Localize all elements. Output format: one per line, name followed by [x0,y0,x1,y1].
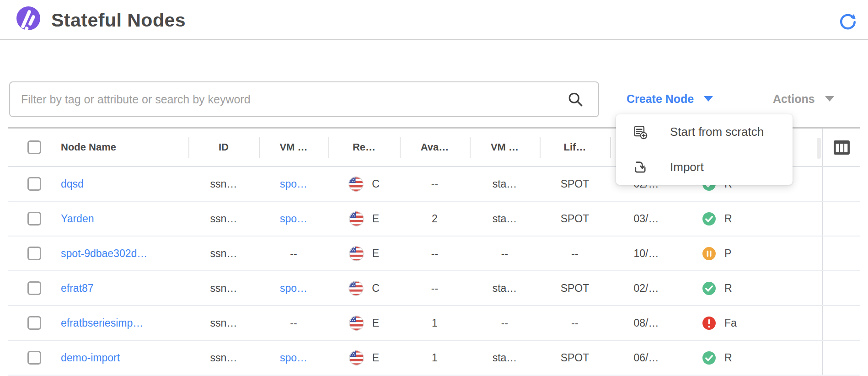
cell-vm: spo… [259,271,328,305]
create-node-label: Create Node [627,92,694,106]
node-name-link[interactable]: spot-9dbae302d… [61,247,147,260]
node-id: ssn… [210,352,237,364]
status-letter: Fa [724,317,737,329]
row-checkbox[interactable] [27,212,41,226]
region-letter: E [372,213,379,225]
cell-gutter [822,202,860,236]
cell-id: ssn… [188,236,259,270]
status-running-icon [702,351,716,365]
cell-select [8,167,53,201]
actions-button[interactable]: Actions [773,89,834,109]
node-name-link[interactable]: efrat87 [61,282,94,295]
vm-link[interactable]: spo… [280,178,307,190]
node-name-link[interactable]: Yarden [61,213,94,225]
search-icon[interactable] [567,91,584,110]
availability-value: -- [431,247,438,260]
cell-status: R [682,341,750,375]
cell-vm: spo… [259,167,328,201]
cell-lifecycle: -- [540,236,610,270]
cell-ava: 1 [400,341,470,375]
cell-ava: -- [400,236,470,270]
row-checkbox[interactable] [27,316,41,330]
vm-link[interactable]: spo… [280,282,307,295]
region-letter: C [372,178,380,190]
row-checkbox[interactable] [27,177,41,191]
header-label: VM … [279,141,307,153]
cell-created: 03/… [610,202,682,236]
cell-filler [750,341,822,375]
cell-status: R [682,202,750,236]
cell-vm: spo… [259,202,328,236]
vm-state-value: -- [501,317,508,329]
cell-name: spot-9dbae302d… [53,236,188,270]
cell-select [8,236,53,270]
cell-vm: -- [259,306,328,340]
header-cell-id: ID [188,129,259,166]
cell-name: Yarden [53,202,188,236]
cell-region: E [328,341,400,375]
create-node-button[interactable]: Create Node [627,89,713,109]
availability-value: 2 [432,213,438,225]
cell-id: ssn… [188,271,259,305]
header-cell-vm_state: VM … [470,129,540,166]
lifecycle-value: SPOT [561,213,589,225]
vm-state-value: sta… [493,178,517,190]
cell-vm-state: -- [470,236,540,270]
vm-link[interactable]: spo… [280,352,307,364]
status-letter: R [724,282,732,295]
row-checkbox[interactable] [27,247,41,260]
cell-region: E [328,202,400,236]
node-name-link[interactable]: efratbseriesimp… [61,317,143,329]
cell-name: demo-import [53,341,188,375]
cell-id: ssn… [188,306,259,340]
cell-ava: -- [400,271,470,305]
cell-vm-state: sta… [470,167,540,201]
vm-state-value: sta… [493,352,517,364]
cell-lifecycle: SPOT [540,167,610,201]
header-cell-select [8,129,53,166]
vm-state-value: -- [501,247,508,260]
refresh-button[interactable] [839,13,857,31]
us-flag-icon [348,281,364,296]
table-row: spot-9dbae302d… ssn… -- E -- -- -- 10/… … [8,236,860,271]
us-flag-icon [349,211,364,226]
select-all-checkbox[interactable] [27,140,41,154]
created-value: 08/… [634,317,659,329]
cell-filler [750,236,822,270]
created-value: 06/… [634,352,659,364]
row-checkbox[interactable] [27,351,41,365]
cell-id: ssn… [188,202,259,236]
node-name-link[interactable]: demo-import [61,352,120,364]
cell-created: 06/… [610,341,682,375]
cell-gutter [822,306,860,340]
cell-region: E [328,236,400,270]
refresh-icon [839,26,857,32]
spot-logo-icon [15,5,41,37]
note-add-icon [632,124,648,140]
header-cell-ava: Ava… [400,129,470,166]
created-value: 03/… [634,213,659,225]
row-checkbox[interactable] [27,281,41,295]
header-label: Lif… [564,141,586,153]
cell-region: C [328,167,400,201]
menu-item-import[interactable]: Import [616,150,793,185]
node-name-link[interactable]: dqsd [61,178,84,190]
import-icon [632,160,648,175]
cell-id: ssn… [188,341,259,375]
status-running-icon [702,212,716,226]
us-flag-icon [349,350,364,365]
cell-name: efratbseriesimp… [53,306,188,340]
cell-created: 08/… [610,306,682,340]
vm-link[interactable]: spo… [280,213,307,225]
filter-input[interactable] [9,81,599,117]
vm-state-value: sta… [493,213,517,225]
node-id: ssn… [210,282,237,295]
cell-filler [750,202,822,236]
column-picker-button[interactable] [833,140,850,155]
us-flag-icon [349,316,364,331]
availability-value: -- [431,282,438,295]
availability-value: 1 [432,317,438,329]
menu-item-start-from-scratch[interactable]: Start from scratch [616,114,793,150]
lifecycle-value: SPOT [561,178,589,190]
cell-select [8,341,53,375]
